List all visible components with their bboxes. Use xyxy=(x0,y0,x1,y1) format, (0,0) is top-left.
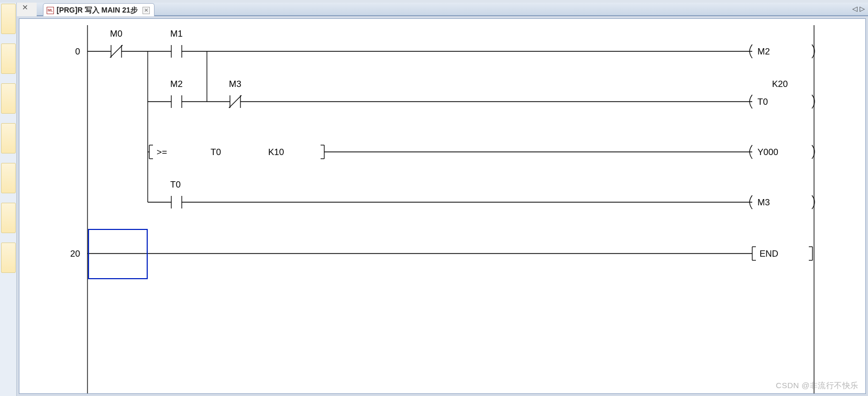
watermark: CSDN @非流行不快乐 xyxy=(776,381,859,391)
svg-text:0: 0 xyxy=(75,47,80,57)
svg-line-23 xyxy=(229,95,241,108)
svg-text:M3: M3 xyxy=(229,79,241,89)
tab-title: [PRG]R 写入 MAIN 21步 xyxy=(57,6,138,15)
svg-text:K10: K10 xyxy=(268,147,284,157)
dock-item-7[interactable] xyxy=(1,243,16,273)
svg-text:T0: T0 xyxy=(211,147,221,157)
dock-item-2[interactable] xyxy=(1,43,16,74)
dock-item-6[interactable] xyxy=(1,203,16,233)
ladder-editor[interactable]: 020M0M1M2M2M3T0K20>=T0K10Y000T0M3END xyxy=(19,18,866,394)
svg-line-8 xyxy=(110,45,123,58)
dock-item-3[interactable] xyxy=(1,83,16,114)
left-dock xyxy=(0,3,17,396)
svg-text:END: END xyxy=(760,249,778,259)
panel-close-icon[interactable]: ✕ xyxy=(22,3,28,12)
tab-main-program[interactable]: ML [PRG]R 写入 MAIN 21步 ✕ xyxy=(43,3,155,16)
svg-text:M2: M2 xyxy=(170,79,183,89)
svg-text:M0: M0 xyxy=(110,29,123,39)
ladder-diagram: 020M0M1M2M2M3T0K20>=T0K10Y000T0M3END xyxy=(19,19,865,393)
svg-text:20: 20 xyxy=(70,249,80,259)
dock-item-1[interactable] xyxy=(1,4,16,34)
svg-text:T0: T0 xyxy=(757,97,768,107)
tab-close-icon[interactable]: ✕ xyxy=(142,7,150,14)
svg-text:>=: >= xyxy=(157,147,167,157)
dock-item-4[interactable] xyxy=(1,123,16,153)
tab-prev-icon[interactable]: ◁ xyxy=(852,5,858,13)
dock-item-5[interactable] xyxy=(1,163,16,193)
program-icon: ML xyxy=(47,7,54,14)
svg-text:T0: T0 xyxy=(170,180,181,190)
svg-text:K20: K20 xyxy=(772,79,788,89)
svg-rect-55 xyxy=(89,229,147,279)
tab-nav: ◁ ▷ xyxy=(852,5,865,13)
tab-next-icon[interactable]: ▷ xyxy=(860,5,865,13)
svg-text:Y000: Y000 xyxy=(757,147,778,157)
tab-bar: ML [PRG]R 写入 MAIN 21步 ✕ ◁ ▷ xyxy=(37,3,868,16)
svg-text:M2: M2 xyxy=(757,47,770,57)
editor-frame: 020M0M1M2M2M3T0K20>=T0K10Y000T0M3END xyxy=(17,16,868,396)
svg-text:M1: M1 xyxy=(170,29,183,39)
svg-text:M3: M3 xyxy=(757,197,770,207)
